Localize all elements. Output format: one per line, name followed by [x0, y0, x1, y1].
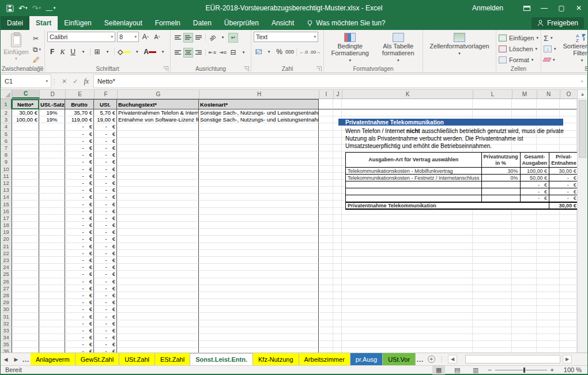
- cell-D4[interactable]: [39, 123, 65, 130]
- cell-F22[interactable]: -€: [94, 250, 117, 257]
- ribbon-tab-datei[interactable]: Datei: [1, 16, 29, 30]
- cell-L22[interactable]: [473, 250, 512, 257]
- cell-J28[interactable]: [333, 292, 342, 299]
- borders-icon[interactable]: ⊞: [92, 47, 102, 57]
- cell-D2[interactable]: 19%: [39, 109, 65, 116]
- cell-D18[interactable]: [39, 222, 65, 229]
- cell-J15[interactable]: [333, 200, 342, 207]
- cell-N27[interactable]: [537, 285, 560, 292]
- cell-C24[interactable]: [12, 264, 39, 271]
- row-header-29[interactable]: 29: [1, 299, 12, 306]
- cell-F1[interactable]: USt.: [94, 99, 117, 109]
- cell-E13[interactable]: -€: [65, 187, 94, 194]
- increase-indent-icon[interactable]: ⇥≡: [218, 48, 228, 58]
- cell-O31[interactable]: [560, 313, 577, 320]
- cell-I17[interactable]: [319, 215, 333, 222]
- cell-L31[interactable]: [473, 313, 512, 320]
- name-box[interactable]: C1▾: [1, 74, 51, 88]
- cell-N31[interactable]: [537, 313, 560, 320]
- cell-C22[interactable]: [12, 250, 39, 257]
- cell-O25[interactable]: [560, 271, 577, 278]
- cell-N19[interactable]: [537, 229, 560, 236]
- cell-L23[interactable]: [473, 257, 512, 264]
- cell-I32[interactable]: [319, 320, 333, 327]
- cell-N24[interactable]: [537, 264, 560, 271]
- column-header-M[interactable]: M: [512, 90, 537, 99]
- cell-E21[interactable]: -€: [65, 243, 94, 250]
- cell-N23[interactable]: [537, 257, 560, 264]
- cell-H31[interactable]: [199, 313, 319, 320]
- cell-O26[interactable]: [560, 278, 577, 285]
- tabbar-splitter[interactable]: ⋮: [438, 353, 446, 365]
- cell-K28[interactable]: [342, 292, 473, 299]
- cell-M17[interactable]: [512, 215, 537, 222]
- cell-M25[interactable]: [512, 271, 537, 278]
- row-header-1[interactable]: 1: [1, 99, 12, 109]
- ribbon-tab-überprüfen[interactable]: Überprüfen: [218, 16, 265, 30]
- cell-C19[interactable]: [12, 229, 39, 236]
- cell-L32[interactable]: [473, 320, 512, 327]
- horizontal-scroll-thumb[interactable]: [465, 355, 560, 363]
- cell-O22[interactable]: [560, 250, 577, 257]
- cell-H33[interactable]: [199, 327, 319, 334]
- cell-H8[interactable]: [199, 151, 319, 158]
- cell-F2[interactable]: 5,70 €: [94, 109, 117, 116]
- row-header-18[interactable]: 18: [1, 222, 12, 229]
- cell-N26[interactable]: [537, 278, 560, 285]
- cell-I10[interactable]: [319, 166, 333, 173]
- row-header-12[interactable]: 12: [1, 180, 12, 187]
- font-dialog-launcher[interactable]: [163, 66, 168, 71]
- cell-J13[interactable]: [333, 187, 342, 194]
- cell-G31[interactable]: [117, 313, 199, 320]
- cell-G7[interactable]: [117, 145, 199, 151]
- accounting-format-icon[interactable]: 🗠: [254, 47, 263, 57]
- cell-J23[interactable]: [333, 257, 342, 264]
- worksheet-grid[interactable]: CDEFGHIJKLMNO 1Netto*USt.-Satz*BruttoUSt…: [1, 90, 578, 353]
- decrease-decimal-icon[interactable]: .00→: [309, 47, 321, 57]
- cell-J27[interactable]: [333, 285, 342, 292]
- cell-E23[interactable]: -€: [65, 257, 94, 264]
- cell-J30[interactable]: [333, 306, 342, 313]
- cell-H16[interactable]: [199, 208, 319, 215]
- cell-G13[interactable]: [117, 187, 199, 194]
- cell-E17[interactable]: -€: [65, 215, 94, 222]
- row-header-7[interactable]: 7: [1, 145, 12, 151]
- cell-D12[interactable]: [39, 180, 65, 187]
- merge-dropdown[interactable]: ▾: [239, 48, 248, 58]
- cell-F30[interactable]: -€: [94, 306, 117, 313]
- cell-D23[interactable]: [39, 257, 65, 264]
- sheet-overflow-left[interactable]: ...: [21, 353, 31, 365]
- cell-F18[interactable]: -€: [94, 222, 117, 229]
- cell-F27[interactable]: -€: [94, 285, 117, 292]
- row-header-25[interactable]: 25: [1, 271, 12, 278]
- cell-M30[interactable]: [512, 306, 537, 313]
- cell-M29[interactable]: [512, 299, 537, 306]
- ribbon-tab-ansicht[interactable]: Ansicht: [265, 16, 300, 30]
- cell-L29[interactable]: [473, 299, 512, 306]
- column-header-F[interactable]: F: [95, 90, 118, 99]
- cell-O29[interactable]: [560, 299, 577, 306]
- cell-H6[interactable]: [199, 138, 319, 145]
- cell-K26[interactable]: [342, 278, 473, 285]
- cell-F20[interactable]: -€: [94, 236, 117, 243]
- cell-C10[interactable]: [12, 166, 39, 173]
- cell-N17[interactable]: [537, 215, 560, 222]
- copy-icon[interactable]: ⧉▾: [32, 45, 42, 54]
- cell-G34[interactable]: [117, 334, 199, 341]
- column-header-L[interactable]: L: [473, 90, 512, 99]
- cell-N2[interactable]: [537, 109, 560, 116]
- cell-N21[interactable]: [537, 243, 560, 250]
- cell-H30[interactable]: [199, 306, 319, 313]
- cell-D8[interactable]: [39, 151, 65, 158]
- cell-D29[interactable]: [39, 299, 65, 306]
- cell-C25[interactable]: [12, 271, 39, 278]
- cell-J29[interactable]: [333, 299, 342, 306]
- cell-J8[interactable]: [333, 151, 342, 158]
- cell-O35[interactable]: [560, 341, 577, 348]
- cell-H28[interactable]: [199, 292, 319, 299]
- cell-L28[interactable]: [473, 292, 512, 299]
- cell-I15[interactable]: [319, 200, 333, 207]
- fill-button[interactable]: ↓▾: [544, 44, 556, 54]
- cell-K33[interactable]: [342, 327, 473, 334]
- cell-G27[interactable]: [117, 285, 199, 292]
